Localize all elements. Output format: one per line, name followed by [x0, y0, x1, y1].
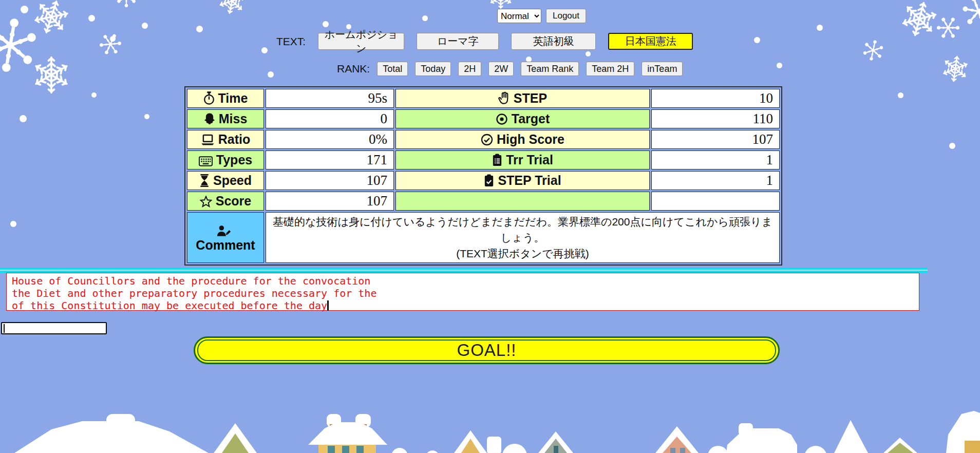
clipboard-check-icon: [484, 174, 494, 187]
snow-house: [14, 411, 980, 453]
rank-button-team-2h[interactable]: Team 2H: [586, 62, 634, 76]
comment-label: Comment: [196, 238, 255, 252]
stat-value: 107: [266, 171, 394, 190]
goal-button[interactable]: GOAL!!: [194, 336, 780, 364]
stat-value: 95s: [266, 89, 394, 108]
stat-label: Trr Trial: [506, 153, 553, 167]
target-icon: [496, 113, 508, 125]
input-cursor: [4, 324, 5, 333]
star-icon: [200, 196, 212, 207]
rank-button-2w[interactable]: 2W: [488, 62, 514, 76]
stats-table: Time 95s STEP 10 Miss 0 Target 110 Ratio…: [184, 86, 782, 266]
stat-value: 0%: [266, 130, 394, 149]
comment-line1: 基礎的な技術は身に付けているようだけどまだまだだわ。業界標準の200点に向けてこ…: [270, 214, 775, 246]
progress-divider-bar: [0, 268, 928, 273]
stat-label: STEP Trial: [498, 173, 561, 187]
stat-value: 1: [651, 150, 780, 169]
typing-line: of this Constitution may be executed bef…: [12, 299, 919, 312]
ghost-icon: [204, 112, 215, 125]
text-cursor: [327, 300, 329, 311]
text-button-romaji[interactable]: ローマ字: [417, 33, 499, 50]
empty-label-cell: [395, 192, 650, 211]
stat-label: Target: [512, 111, 550, 126]
stat-value: 110: [651, 109, 780, 128]
stopwatch-icon: [203, 91, 215, 105]
hand-icon: [498, 91, 510, 105]
check-circle-icon: [481, 134, 493, 146]
rank-button-today[interactable]: Today: [415, 62, 451, 76]
text-button-japan-constitution[interactable]: 日本国憲法: [608, 33, 693, 50]
typing-input-field[interactable]: [1, 322, 107, 334]
stat-value: 107: [651, 130, 780, 149]
stat-label: STEP: [514, 91, 547, 105]
comment-row: Comment 基礎的な技術は身に付けているようだけどまだまだだわ。業界標準の2…: [187, 212, 780, 263]
table-row: Score 107: [187, 192, 780, 211]
empty-value-cell: [651, 192, 780, 211]
table-row: Time 95s STEP 10: [187, 89, 780, 108]
stat-label: Speed: [213, 173, 252, 187]
text-select-row: TEXT: ホームポジション ローマ字 英語初級 日本国憲法: [276, 33, 693, 50]
stat-value: 1: [651, 171, 780, 190]
hourglass-icon: [199, 174, 210, 187]
stat-value: 0: [266, 109, 394, 128]
stat-value: 107: [266, 192, 394, 211]
rank-select-row: RANK: Total Today 2H 2W Team Rank Team 2…: [337, 62, 683, 76]
comment-text: 基礎的な技術は身に付けているようだけどまだまだだわ。業界標準の200点に向けてこ…: [266, 212, 780, 263]
stat-value: 10: [651, 89, 780, 108]
logout-button[interactable]: Logout: [546, 9, 586, 23]
clipboard-list-icon: [492, 154, 502, 166]
laptop-icon: [201, 134, 215, 146]
keyboard-icon: [199, 156, 213, 166]
table-row: Ratio 0% High Score 107: [187, 130, 780, 149]
table-row: Miss 0 Target 110: [187, 109, 780, 128]
comment-line2: (TEXT選択ボタンで再挑戦): [270, 246, 775, 261]
stat-label: Miss: [219, 111, 248, 126]
stat-value: 171: [266, 150, 394, 169]
rank-button-team-rank[interactable]: Team Rank: [521, 62, 579, 76]
text-button-home-position[interactable]: ホームポジション: [318, 33, 404, 50]
stat-label: High Score: [497, 132, 564, 146]
table-row: Types 171 Trr Trial 1: [187, 150, 780, 169]
stat-label: Types: [216, 153, 252, 167]
rank-button-total[interactable]: Total: [377, 62, 408, 76]
typing-line: House of Councillors and the procedure f…: [12, 275, 919, 287]
stat-label: Time: [218, 91, 248, 105]
text-button-english-beginner[interactable]: 英語初級: [511, 33, 596, 50]
typing-text-display[interactable]: House of Councillors and the procedure f…: [6, 273, 919, 311]
rank-button-2h[interactable]: 2H: [458, 62, 481, 76]
stat-label: Score: [216, 194, 251, 208]
goal-button-label: GOAL!!: [197, 339, 776, 361]
typing-app-page: Normal Logout TEXT: ホームポジション ローマ字 英語初級 日…: [0, 0, 980, 453]
top-bar: Normal Logout: [497, 9, 586, 23]
table-row: Speed 107 STEP Trial 1: [187, 171, 780, 190]
rank-row-label: RANK:: [337, 63, 370, 75]
typing-line: the Diet and other preparatory procedure…: [12, 287, 919, 299]
rank-button-inteam[interactable]: inTeam: [642, 62, 683, 76]
user-edit-icon: [217, 225, 231, 237]
text-row-label: TEXT:: [276, 35, 306, 48]
mode-select[interactable]: Normal: [497, 9, 541, 23]
stat-label: Ratio: [218, 132, 251, 146]
